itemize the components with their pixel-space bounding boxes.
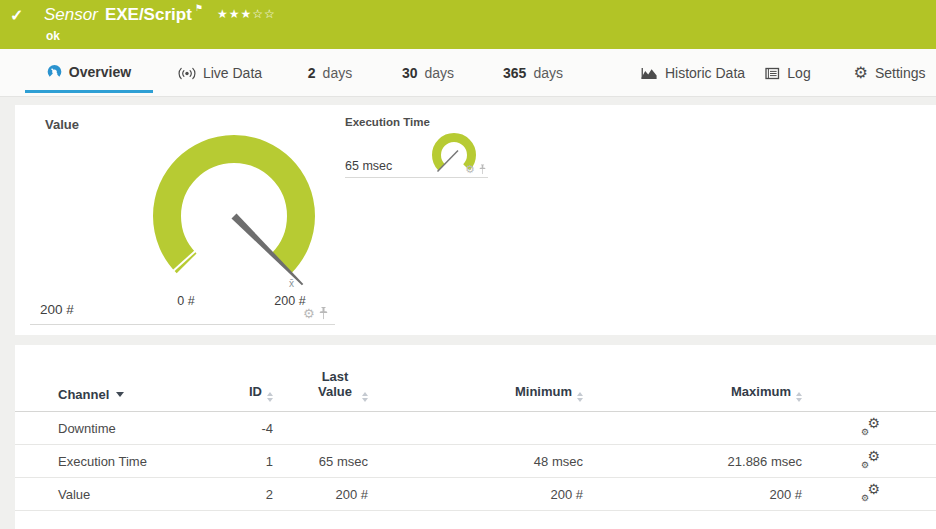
tab-label: Live Data bbox=[203, 65, 262, 81]
cell-id: 2 bbox=[215, 478, 273, 511]
stars-filled: ★★★ bbox=[217, 7, 252, 21]
flag-icon[interactable]: ⚑ bbox=[195, 3, 203, 13]
table-row-execution-time[interactable]: Execution Time 1 65 msec 48 msec 21.886 … bbox=[15, 445, 936, 478]
sensor-status-header: ✓ SensorEXE/Script⚑★★★☆☆ ok bbox=[0, 0, 936, 49]
sort-toggle-icon bbox=[796, 392, 802, 402]
channels-table-panel: Channel ID Last Value Minimum Maximum bbox=[15, 345, 936, 529]
col-header-label: Minimum bbox=[515, 384, 572, 399]
status-ok-check-icon: ✓ bbox=[10, 6, 23, 25]
channels-table: Channel ID Last Value Minimum Maximum bbox=[15, 345, 936, 511]
widget-gear-icon[interactable]: ⚙ bbox=[465, 164, 475, 175]
tab-unit: days bbox=[533, 65, 563, 81]
exectime-widget-title: Execution Time bbox=[345, 116, 430, 128]
cell-actions: ⚙⚙ bbox=[802, 478, 936, 511]
overview-gauges-panel: Value 0 # 200 # x̄ 200 # ⚙ Execution Tim… bbox=[15, 105, 936, 335]
col-header-label: Maximum bbox=[731, 384, 791, 399]
channel-settings-icon[interactable]: ⚙⚙ bbox=[861, 452, 880, 468]
tab-log[interactable]: Log bbox=[758, 53, 818, 93]
sort-toggle-icon bbox=[362, 392, 368, 402]
tab-unit: days bbox=[425, 65, 455, 81]
gear-icon: ⚙ bbox=[854, 65, 868, 81]
col-header-actions bbox=[802, 345, 936, 412]
widget-pin-icon[interactable] bbox=[319, 307, 328, 320]
sensor-title: SensorEXE/Script⚑★★★☆☆ bbox=[44, 5, 276, 25]
cell-channel[interactable]: Downtime bbox=[15, 412, 215, 445]
cell-maximum: 21.886 msec bbox=[583, 445, 802, 478]
cell-maximum: 200 # bbox=[583, 478, 802, 511]
channel-settings-icon[interactable]: ⚙⚙ bbox=[861, 419, 880, 435]
log-icon bbox=[765, 67, 780, 80]
tab-2-days[interactable]: 2 days bbox=[298, 53, 362, 93]
tab-unit: days bbox=[323, 65, 353, 81]
area-chart-icon bbox=[641, 67, 658, 80]
value-widget-divider bbox=[30, 324, 335, 325]
cell-last-value: 200 # bbox=[273, 478, 368, 511]
value-widget-title: Value bbox=[45, 117, 79, 132]
gauge-icon bbox=[47, 64, 62, 79]
value-gauge bbox=[139, 128, 329, 300]
tab-live-data[interactable]: Live Data bbox=[168, 53, 272, 93]
tab-number: 365 bbox=[503, 65, 526, 81]
sensor-title-name: EXE/Script bbox=[105, 5, 192, 24]
channel-settings-icon[interactable]: ⚙⚙ bbox=[861, 485, 880, 501]
col-header-last-value[interactable]: Last Value bbox=[273, 345, 368, 412]
sensor-title-kind: Sensor bbox=[44, 5, 98, 24]
cell-actions: ⚙⚙ bbox=[802, 445, 936, 478]
broadcast-icon bbox=[178, 67, 196, 80]
cell-maximum bbox=[583, 412, 802, 445]
tab-30-days[interactable]: 30 days bbox=[392, 53, 464, 93]
col-header-label: ID bbox=[249, 384, 262, 399]
tab-settings[interactable]: ⚙ Settings bbox=[843, 53, 936, 93]
col-header-label: Last Value bbox=[313, 369, 357, 399]
value-widget-tools: ⚙ bbox=[303, 307, 328, 320]
exectime-widget-tools: ⚙ bbox=[465, 164, 486, 175]
col-header-minimum[interactable]: Minimum bbox=[368, 345, 583, 412]
col-header-label: Channel bbox=[58, 387, 109, 402]
cell-last-value: 65 msec bbox=[273, 445, 368, 478]
col-header-channel[interactable]: Channel bbox=[15, 345, 215, 412]
cell-minimum bbox=[368, 412, 583, 445]
prtg-sensor-page: ✓ SensorEXE/Script⚑★★★☆☆ ok Overview Liv… bbox=[0, 0, 936, 529]
exectime-widget-divider bbox=[345, 177, 488, 178]
cell-id: -4 bbox=[215, 412, 273, 445]
cell-actions: ⚙⚙ bbox=[802, 412, 936, 445]
tab-label: Overview bbox=[69, 64, 131, 80]
tab-label: Historic Data bbox=[665, 65, 745, 81]
cell-channel[interactable]: Value bbox=[15, 478, 215, 511]
value-current-reading: 200 # bbox=[40, 302, 74, 317]
value-gauge-min-label: 0 # bbox=[161, 294, 211, 308]
table-row-value[interactable]: Value 2 200 # 200 # 200 # ⚙⚙ bbox=[15, 478, 936, 511]
table-header-row: Channel ID Last Value Minimum Maximum bbox=[15, 345, 936, 412]
sort-desc-icon bbox=[116, 392, 124, 397]
widget-pin-icon[interactable] bbox=[479, 164, 486, 175]
cell-last-value bbox=[273, 412, 368, 445]
tab-label: Settings bbox=[875, 65, 926, 81]
cell-minimum: 48 msec bbox=[368, 445, 583, 478]
value-gauge-average-marker: x̄ bbox=[289, 278, 294, 289]
tab-historic-data[interactable]: Historic Data bbox=[632, 53, 754, 93]
sort-toggle-icon bbox=[267, 392, 273, 402]
exectime-current-reading: 65 msec bbox=[345, 159, 392, 173]
widget-gear-icon[interactable]: ⚙ bbox=[303, 307, 315, 320]
col-header-id[interactable]: ID bbox=[215, 345, 273, 412]
tab-365-days[interactable]: 365 days bbox=[492, 53, 574, 93]
cell-channel[interactable]: Execution Time bbox=[15, 445, 215, 478]
col-header-maximum[interactable]: Maximum bbox=[583, 345, 802, 412]
cell-id: 1 bbox=[215, 445, 273, 478]
table-row-downtime[interactable]: Downtime -4 ⚙⚙ bbox=[15, 412, 936, 445]
tab-label: Log bbox=[787, 65, 810, 81]
stars-empty: ☆☆ bbox=[252, 7, 276, 21]
cell-minimum: 200 # bbox=[368, 478, 583, 511]
sensor-status-text: ok bbox=[46, 29, 60, 43]
tab-bar: Overview Live Data 2 days 30 days 365 da… bbox=[0, 49, 936, 97]
priority-stars[interactable]: ★★★☆☆ bbox=[217, 7, 276, 21]
sort-toggle-icon bbox=[577, 392, 583, 402]
tab-number: 2 bbox=[308, 65, 316, 81]
tab-number: 30 bbox=[402, 65, 418, 81]
tab-overview[interactable]: Overview bbox=[25, 53, 153, 93]
